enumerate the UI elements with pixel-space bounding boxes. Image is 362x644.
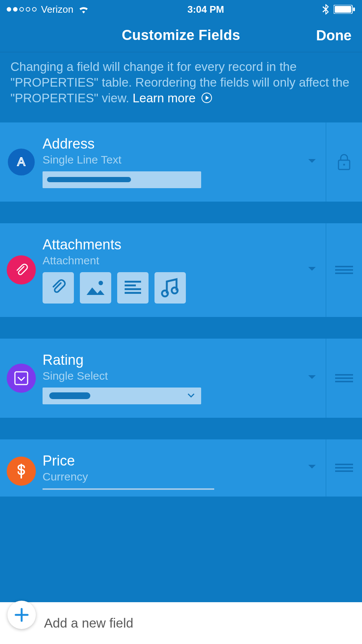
chevron-down-icon[interactable]	[308, 159, 316, 165]
field-type-label: Currency	[43, 470, 300, 483]
page-title: Customize Fields	[122, 27, 240, 43]
clock: 3:04 PM	[187, 4, 224, 15]
currency-preview	[43, 488, 214, 490]
svg-point-6	[343, 164, 345, 165]
field-row-address[interactable]: A Address Single Line Text	[0, 122, 362, 202]
carrier-label: Verizon	[41, 4, 74, 15]
svg-rect-1	[335, 6, 351, 13]
field-type-label: Single Line Text	[43, 153, 300, 166]
svg-rect-10	[125, 288, 141, 290]
field-name-label: Attachments	[43, 237, 300, 253]
svg-point-13	[172, 287, 178, 293]
field-name-label: Address	[43, 136, 300, 152]
plus-icon[interactable]	[7, 601, 36, 629]
select-type-icon	[7, 364, 36, 393]
svg-rect-2	[353, 7, 355, 11]
image-tile-icon	[80, 272, 111, 304]
play-circle-icon[interactable]	[201, 91, 212, 107]
select-preview	[43, 388, 201, 404]
add-field-label: Add a new field	[44, 616, 133, 631]
bluetooth-icon	[322, 4, 329, 15]
svg-rect-11	[125, 292, 141, 294]
svg-rect-14	[15, 372, 28, 385]
nav-header: Customize Fields Done	[0, 19, 362, 52]
svg-point-12	[162, 290, 168, 296]
text-preview	[43, 171, 201, 188]
svg-point-7	[99, 281, 103, 285]
audio-tile-icon	[155, 272, 186, 304]
status-bar: Verizon 3:04 PM	[0, 0, 362, 19]
field-type-label: Attachment	[43, 254, 300, 267]
field-type-label: Single Select	[43, 370, 300, 382]
text-type-icon: A	[7, 147, 36, 177]
lock-indicator	[326, 122, 362, 202]
wifi-icon	[78, 5, 89, 13]
signal-strength-icon	[7, 7, 37, 12]
currency-type-icon	[7, 457, 36, 486]
field-name-label: Price	[43, 453, 300, 469]
drag-handle[interactable]	[326, 439, 362, 497]
svg-rect-8	[125, 281, 141, 283]
svg-rect-9	[125, 284, 136, 286]
field-row-rating[interactable]: Rating Single Select	[0, 339, 362, 418]
document-tile-icon	[117, 272, 149, 304]
info-text: Changing a field will change it for ever…	[0, 52, 362, 122]
chevron-down-icon[interactable]	[308, 375, 316, 382]
battery-icon	[334, 5, 355, 14]
chevron-down-icon[interactable]	[308, 464, 316, 471]
done-button[interactable]: Done	[316, 27, 352, 43]
attachment-preview	[43, 272, 300, 304]
field-row-attachments[interactable]: Attachments Attachment	[0, 223, 362, 317]
learn-more-link[interactable]: Learn more	[132, 91, 196, 105]
add-field-bar[interactable]: Add a new field	[0, 602, 362, 644]
field-row-price[interactable]: Price Currency	[0, 439, 362, 497]
attachment-type-icon	[7, 255, 36, 284]
file-tile-icon	[43, 272, 74, 304]
field-name-label: Rating	[43, 352, 300, 368]
drag-handle[interactable]	[326, 339, 362, 418]
chevron-down-icon[interactable]	[308, 267, 316, 273]
svg-text:A: A	[17, 155, 25, 168]
drag-handle[interactable]	[326, 223, 362, 317]
